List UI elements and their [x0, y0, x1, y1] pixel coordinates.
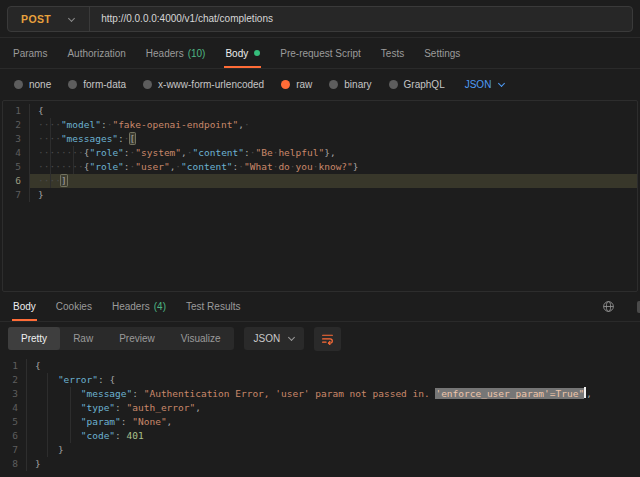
- view-pretty[interactable]: Pretty: [8, 327, 60, 350]
- indent-guide: [47, 373, 48, 457]
- request-body-editor[interactable]: 1{2····"model":·"fake-openai-endpoint",·…: [2, 100, 638, 292]
- body-mode-label: binary: [344, 79, 371, 90]
- view-switch: PrettyRawPreviewVisualize: [8, 327, 234, 350]
- unsaved-dot-icon: [254, 50, 260, 56]
- url-input[interactable]: http://0.0.0.0:4000/v1/chat/completions: [101, 13, 273, 24]
- body-mode-label: form-data: [83, 79, 126, 90]
- response-body-editor[interactable]: 1{2 "error": {3 "message": "Authenticati…: [0, 355, 640, 477]
- radio-icon: [281, 80, 290, 89]
- line-content: "param": "None",: [27, 415, 640, 429]
- indent-guide: [50, 118, 51, 188]
- code-line[interactable]: 1{: [3, 104, 637, 118]
- view-raw[interactable]: Raw: [60, 327, 106, 350]
- code-line[interactable]: 5 "param": "None",: [0, 415, 640, 429]
- line-content: "error": {: [27, 373, 640, 387]
- response-tab-cookies[interactable]: Cookies: [46, 292, 102, 321]
- response-format-label: JSON: [254, 333, 281, 344]
- code-line[interactable]: 2 "error": {: [0, 373, 640, 387]
- body-mode-raw[interactable]: raw: [281, 79, 312, 90]
- wrap-text-button[interactable]: [314, 327, 341, 351]
- body-mode-label: GraphQL: [404, 79, 445, 90]
- body-mode-none[interactable]: none: [14, 79, 51, 90]
- line-content: ········{"role":·"user",·"content":·"Wha…: [30, 160, 637, 174]
- tab-body[interactable]: Body: [215, 38, 270, 68]
- tab-count-badge: (4): [154, 301, 166, 312]
- line-number: 4: [0, 401, 27, 415]
- radio-icon: [143, 80, 152, 89]
- chevron-down-icon: [498, 79, 505, 86]
- response-tab-headers[interactable]: Headers(4): [102, 292, 176, 321]
- tab-count-badge: (10): [188, 48, 206, 59]
- body-mode-x-www-form-urlencoded[interactable]: x-www-form-urlencoded: [143, 79, 264, 90]
- line-content: ····]: [30, 174, 637, 188]
- line-content: }: [27, 457, 640, 471]
- request-format-label: JSON: [465, 79, 492, 90]
- radio-icon: [329, 80, 338, 89]
- tab-params[interactable]: Params: [3, 38, 57, 68]
- code-line[interactable]: 5········{"role":·"user",·"content":·"Wh…: [3, 160, 637, 174]
- code-line[interactable]: 1{: [0, 359, 640, 373]
- code-line[interactable]: 3 "message": "Authentication Error, 'use…: [0, 387, 640, 401]
- tab-label: Body: [225, 48, 248, 59]
- body-mode-label: none: [29, 79, 51, 90]
- view-visualize[interactable]: Visualize: [168, 327, 234, 350]
- tab-authorization[interactable]: Authorization: [57, 38, 135, 68]
- divider: [89, 6, 90, 32]
- body-mode-form-data[interactable]: form-data: [68, 79, 126, 90]
- tab-settings[interactable]: Settings: [414, 38, 470, 68]
- request-bar: POST http://0.0.0.0:4000/v1/chat/complet…: [0, 0, 640, 38]
- indent-guide: [73, 146, 74, 174]
- body-mode-bar: noneform-datax-www-form-urlencodedrawbin…: [0, 69, 640, 100]
- wrap-text-icon: [321, 332, 334, 345]
- line-number: 5: [0, 415, 27, 429]
- radio-icon: [14, 80, 23, 89]
- code-line[interactable]: 4 "type": "auth_error",: [0, 401, 640, 415]
- globe-icon[interactable]: [602, 300, 615, 313]
- body-mode-label: raw: [296, 79, 312, 90]
- response-tab-test-results[interactable]: Test Results: [176, 292, 250, 321]
- body-mode-graphql[interactable]: GraphQL: [389, 79, 445, 90]
- line-content: "code": 401: [27, 429, 640, 443]
- body-mode-binary[interactable]: binary: [329, 79, 371, 90]
- line-number: 3: [3, 132, 30, 146]
- code-line[interactable]: 7}: [3, 188, 637, 202]
- code-line[interactable]: 6 "code": 401: [0, 429, 640, 443]
- radio-icon: [68, 80, 77, 89]
- line-content: {: [30, 104, 637, 118]
- tab-label: Headers: [146, 48, 184, 59]
- code-line[interactable]: 3····"messages":·[: [3, 132, 637, 146]
- tab-label: Headers: [112, 301, 150, 312]
- tab-label: Cookies: [56, 301, 92, 312]
- tab-pre-request-script[interactable]: Pre-request Script: [270, 38, 371, 68]
- line-content: ····"model":·"fake-openai-endpoint",·: [30, 118, 637, 132]
- line-content: "message": "Authentication Error, 'user'…: [27, 387, 640, 401]
- code-line[interactable]: 6····]: [3, 174, 637, 188]
- response-format-dropdown[interactable]: JSON: [244, 327, 305, 350]
- line-number: 7: [0, 443, 27, 457]
- response-tab-body[interactable]: Body: [3, 292, 46, 321]
- code-line[interactable]: 7 }: [0, 443, 640, 457]
- line-number: 3: [0, 387, 27, 401]
- line-number: 5: [3, 160, 30, 174]
- tab-label: Settings: [424, 48, 460, 59]
- view-preview[interactable]: Preview: [106, 327, 168, 350]
- indent-guide: [70, 387, 71, 443]
- body-mode-label: x-www-form-urlencoded: [158, 79, 264, 90]
- line-number: 2: [3, 118, 30, 132]
- line-number: 2: [0, 373, 27, 387]
- chevron-down-icon[interactable]: [68, 15, 75, 22]
- line-number: 1: [3, 104, 30, 118]
- tab-label: Test Results: [186, 301, 240, 312]
- code-line[interactable]: 2····"model":·"fake-openai-endpoint",·: [3, 118, 637, 132]
- line-content: }: [27, 443, 640, 457]
- code-line[interactable]: 8}: [0, 457, 640, 471]
- method-selector[interactable]: POST: [8, 13, 57, 25]
- code-line[interactable]: 4········{"role":·"system",·"content":·"…: [3, 146, 637, 160]
- tab-label: Params: [13, 48, 47, 59]
- radio-icon: [389, 80, 398, 89]
- tab-tests[interactable]: Tests: [371, 38, 414, 68]
- request-format-dropdown[interactable]: JSON: [465, 79, 505, 90]
- tab-headers[interactable]: Headers(10): [136, 38, 216, 68]
- line-number: 6: [0, 429, 27, 443]
- tab-label: Tests: [381, 48, 404, 59]
